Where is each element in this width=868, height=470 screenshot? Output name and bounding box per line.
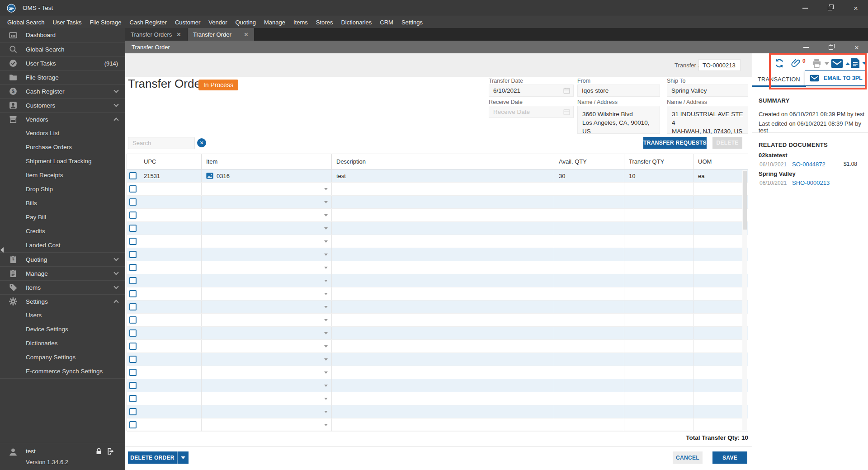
cell-transfer-qty[interactable] [624, 379, 693, 392]
cell-uom[interactable] [693, 366, 748, 379]
cell-transfer-qty[interactable] [624, 392, 693, 405]
row-checkbox[interactable] [129, 329, 137, 337]
export-document-icon[interactable] [851, 58, 867, 68]
cell-item[interactable] [202, 314, 332, 326]
cell-transfer-qty[interactable] [624, 340, 693, 352]
table-row-empty[interactable] [127, 353, 748, 366]
delete-order-button[interactable]: DELETE ORDER [128, 451, 177, 464]
item-dropdown-arrow-icon[interactable] [324, 293, 328, 295]
item-dropdown-arrow-icon[interactable] [324, 319, 328, 321]
menu-user-tasks[interactable]: User Tasks [48, 16, 85, 28]
table-row-empty[interactable] [127, 366, 748, 379]
item-dropdown-arrow-icon[interactable] [324, 201, 328, 203]
sidebar-item-manage[interactable]: Manage [0, 266, 125, 280]
cell-avail-qty[interactable] [554, 340, 624, 352]
menu-customer[interactable]: Customer [171, 16, 204, 28]
cell-item[interactable] [202, 327, 332, 339]
email-icon[interactable] [831, 59, 850, 68]
menu-crm[interactable]: CRM [376, 16, 397, 28]
cell-transfer-qty[interactable] [624, 274, 693, 287]
inner-close-icon[interactable]: × [851, 42, 863, 53]
row-checkbox[interactable] [129, 303, 137, 310]
table-row-empty[interactable] [127, 314, 748, 327]
column-header-uom[interactable]: UOM [693, 154, 748, 169]
tab-transfer-orders[interactable]: Transfer Orders ✕ [125, 28, 187, 41]
lock-icon[interactable] [95, 447, 103, 457]
delete-button[interactable]: DELETE [712, 137, 742, 149]
email-to-3pl-menu-item[interactable]: EMAIL TO 3PL [824, 75, 863, 81]
tab-close-icon[interactable]: ✕ [244, 31, 249, 38]
row-checkbox[interactable] [129, 251, 137, 258]
cell-uom[interactable] [693, 418, 748, 431]
cell-avail-qty[interactable] [554, 405, 624, 418]
column-header-transfer-qty[interactable]: Transfer QTY [624, 154, 693, 169]
tab-transaction[interactable]: TRANSACTION [752, 72, 806, 87]
cell-transfer-qty[interactable] [624, 235, 693, 248]
save-button[interactable]: SAVE [712, 451, 747, 464]
sidebar-item-credits[interactable]: Credits [0, 224, 125, 238]
cell-upc[interactable] [139, 235, 202, 248]
cell-uom[interactable] [693, 183, 748, 195]
column-header-upc[interactable]: UPC [139, 154, 202, 169]
cell-upc[interactable] [139, 183, 202, 195]
row-checkbox[interactable] [129, 343, 137, 350]
item-dropdown-arrow-icon[interactable] [324, 188, 328, 190]
row-checkbox[interactable] [129, 172, 137, 179]
item-dropdown-arrow-icon[interactable] [324, 214, 328, 216]
cell-upc[interactable] [139, 405, 202, 418]
cell-item[interactable] [202, 248, 332, 261]
cell-description[interactable] [332, 235, 554, 248]
cell-uom[interactable] [693, 301, 748, 313]
menu-vendor[interactable]: Vendor [204, 16, 231, 28]
cell-description[interactable] [332, 183, 554, 195]
table-row-empty[interactable] [127, 340, 748, 353]
menu-global-search[interactable]: Global Search [3, 16, 48, 28]
sidebar-item-users[interactable]: Users [0, 308, 125, 322]
cell-description[interactable] [332, 353, 554, 366]
cell-upc[interactable] [139, 392, 202, 405]
cell-transfer-qty[interactable] [624, 261, 693, 274]
table-row-empty[interactable] [127, 392, 748, 405]
sidebar-collapse-arrow-icon[interactable] [0, 247, 4, 253]
table-row-empty[interactable] [127, 248, 748, 261]
row-checkbox[interactable] [129, 408, 137, 415]
refresh-icon[interactable] [774, 58, 785, 69]
attachment-icon[interactable]: 0 [791, 58, 806, 68]
cell-item[interactable] [202, 301, 332, 313]
email-dropdown-menu[interactable]: EMAIL TO 3PL [805, 70, 867, 86]
cell-upc[interactable] [139, 327, 202, 339]
cell-upc[interactable] [139, 366, 202, 379]
item-dropdown-arrow-icon[interactable] [324, 345, 328, 348]
cell-upc[interactable] [139, 379, 202, 392]
cell-transfer-qty[interactable] [624, 405, 693, 418]
ship-to-input[interactable]: Spring Valley [667, 85, 748, 97]
cell-item[interactable] [202, 392, 332, 405]
sidebar-item-device-settings[interactable]: Device Settings [0, 322, 125, 336]
cell-description[interactable] [332, 248, 554, 261]
table-row-empty[interactable] [127, 196, 748, 209]
close-icon[interactable]: × [850, 2, 862, 14]
cell-upc[interactable] [139, 274, 202, 287]
receive-date-input[interactable]: Receive Date [489, 106, 574, 118]
email-dropdown-open-icon[interactable] [845, 62, 850, 65]
item-dropdown-arrow-icon[interactable] [324, 280, 328, 282]
column-header-item[interactable]: Item [202, 154, 332, 169]
menu-manage[interactable]: Manage [260, 16, 289, 28]
cell-transfer-qty[interactable] [624, 353, 693, 366]
item-dropdown-arrow-icon[interactable] [324, 411, 328, 413]
sidebar-item-customers[interactable]: Customers [0, 98, 125, 112]
cell-uom[interactable] [693, 248, 748, 261]
cell-avail-qty[interactable] [554, 353, 624, 366]
cell-avail-qty[interactable] [554, 366, 624, 379]
cell-item[interactable] [202, 222, 332, 235]
item-dropdown-arrow-icon[interactable] [324, 385, 328, 387]
item-dropdown-arrow-icon[interactable] [324, 227, 328, 230]
cell-upc[interactable] [139, 287, 202, 300]
table-row-empty[interactable] [127, 209, 748, 222]
cell-transfer-qty[interactable] [624, 327, 693, 339]
cell-upc[interactable] [139, 340, 202, 352]
menu-items[interactable]: Items [289, 16, 312, 28]
search-input[interactable] [128, 137, 195, 149]
cell-upc[interactable] [139, 314, 202, 326]
cell-description[interactable] [332, 405, 554, 418]
